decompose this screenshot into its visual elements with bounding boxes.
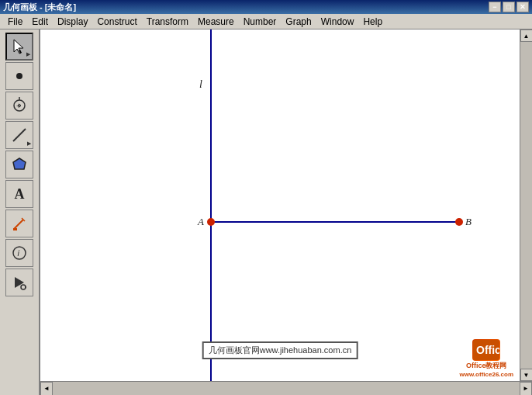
svg-marker-9: [13, 158, 26, 169]
title-bar-buttons: − □ ✕: [489, 2, 529, 12]
info-tool[interactable]: i: [5, 239, 33, 267]
svg-text:Office: Office: [476, 344, 499, 356]
text-tool[interactable]: A: [5, 180, 33, 208]
menu-item-file[interactable]: File: [3, 15, 27, 29]
title-bar: 几何画板 - [未命名] − □ ✕: [0, 0, 532, 14]
line-arrow-icon: ▶: [27, 140, 31, 147]
canvas-area[interactable]: l A B 几何画板官网www.jihehuaban.com.cn Offic: [40, 29, 520, 381]
label-l: l: [199, 78, 202, 90]
office-line2: www.office26.com: [460, 371, 514, 378]
close-button[interactable]: ✕: [516, 2, 529, 12]
scrollbar-horizontal: ◄ ►: [40, 381, 532, 395]
text-tool-label: A: [15, 186, 25, 203]
scroll-up-button[interactable]: ▲: [520, 29, 533, 42]
point-tool[interactable]: [5, 62, 33, 90]
line-tool[interactable]: ▶: [5, 121, 33, 149]
geometry-svg: l A B: [40, 29, 520, 381]
toolbar: ▶ + ▶ A: [0, 29, 40, 395]
watermark: 几何画板官网www.jihehuaban.com.cn: [202, 341, 358, 359]
scrollbar-vertical: ▲ ▼: [520, 29, 532, 381]
scroll-horizontal-track[interactable]: [53, 382, 520, 395]
svg-text:i: i: [18, 248, 20, 258]
scroll-left-button[interactable]: ◄: [40, 382, 53, 396]
svg-marker-0: [14, 40, 23, 54]
scroll-down-button[interactable]: ▼: [520, 369, 533, 381]
select-tool[interactable]: ▶: [5, 33, 33, 61]
menu-item-construct[interactable]: Construct: [92, 15, 141, 29]
minimize-button[interactable]: −: [489, 2, 501, 12]
point-b[interactable]: [455, 218, 463, 226]
menu-item-window[interactable]: Window: [316, 15, 359, 29]
menu-item-transform[interactable]: Transform: [142, 15, 193, 29]
point-a[interactable]: [207, 218, 215, 226]
svg-rect-11: [13, 228, 17, 230]
office-logo: Office Office教程网 www.office26.com: [460, 339, 514, 378]
svg-line-10: [14, 220, 23, 229]
office-line1: Office教程网: [466, 361, 507, 371]
menu-bar: FileEditDisplayConstructTransformMeasure…: [0, 14, 532, 29]
scroll-right-button[interactable]: ►: [520, 382, 532, 396]
scroll-vertical-track[interactable]: [520, 42, 532, 369]
svg-point-13: [13, 247, 26, 259]
canvas-section: l A B 几何画板官网www.jihehuaban.com.cn Offic: [40, 29, 532, 395]
animate-tool[interactable]: [5, 269, 33, 296]
label-tool[interactable]: [5, 210, 33, 237]
menu-item-graph[interactable]: Graph: [281, 15, 316, 29]
label-b: B: [465, 216, 472, 227]
svg-marker-15: [15, 277, 24, 288]
menu-item-measure[interactable]: Measure: [193, 15, 239, 29]
compass-tool[interactable]: +: [5, 92, 33, 120]
svg-line-7: [13, 129, 26, 141]
menu-item-number[interactable]: Number: [239, 15, 282, 29]
maximize-button[interactable]: □: [503, 2, 515, 12]
svg-point-17: [25, 286, 26, 288]
menu-item-help[interactable]: Help: [358, 15, 387, 29]
menu-item-edit[interactable]: Edit: [27, 15, 53, 29]
label-a: A: [197, 216, 204, 227]
menu-item-display[interactable]: Display: [53, 15, 92, 29]
main-layout: ▶ + ▶ A: [0, 29, 532, 395]
select-arrow-icon: ▶: [26, 51, 30, 57]
title-bar-text: 几何画板 - [未命名]: [3, 2, 76, 13]
office-icon: Office: [472, 339, 500, 361]
watermark-text: 几何画板官网www.jihehuaban.com.cn: [209, 345, 352, 355]
svg-text:+: +: [16, 101, 21, 110]
canvas-and-scrollbar: l A B 几何画板官网www.jihehuaban.com.cn Offic: [40, 29, 532, 381]
svg-point-2: [16, 73, 22, 79]
polygon-tool[interactable]: [5, 151, 33, 178]
